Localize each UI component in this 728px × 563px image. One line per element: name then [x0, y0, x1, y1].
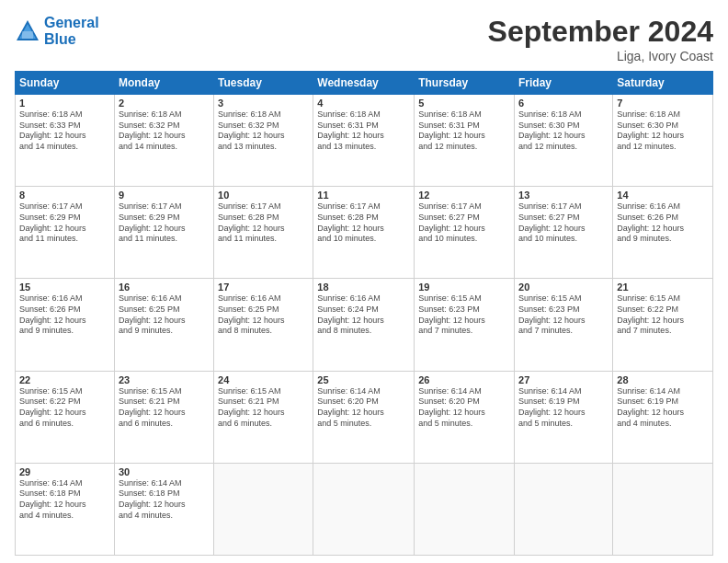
calendar-day-cell: 19Sunrise: 6:15 AM Sunset: 6:23 PM Dayli…: [415, 279, 515, 371]
day-number: 30: [119, 466, 210, 477]
calendar-day-cell: 11Sunrise: 6:17 AM Sunset: 6:28 PM Dayli…: [313, 187, 415, 279]
day-number: 21: [617, 282, 709, 293]
calendar-day-cell: 13Sunrise: 6:17 AM Sunset: 6:27 PM Dayli…: [515, 187, 613, 279]
day-number: 24: [218, 374, 309, 385]
day-info: Sunrise: 6:15 AM Sunset: 6:23 PM Dayligh…: [518, 293, 609, 337]
day-number: 1: [19, 98, 110, 109]
day-number: 5: [418, 98, 510, 109]
weekday-header-cell: Tuesday: [214, 72, 313, 95]
day-number: 3: [218, 98, 309, 109]
day-number: 2: [119, 98, 210, 109]
calendar-day-cell: 14Sunrise: 6:16 AM Sunset: 6:26 PM Dayli…: [613, 187, 713, 279]
day-info: Sunrise: 6:18 AM Sunset: 6:30 PM Dayligh…: [617, 109, 709, 153]
day-info: Sunrise: 6:15 AM Sunset: 6:21 PM Dayligh…: [218, 386, 309, 430]
day-info: Sunrise: 6:14 AM Sunset: 6:18 PM Dayligh…: [19, 478, 110, 522]
day-number: 23: [119, 374, 210, 385]
calendar-day-cell: 3Sunrise: 6:18 AM Sunset: 6:32 PM Daylig…: [214, 95, 313, 187]
calendar-week-row: 15Sunrise: 6:16 AM Sunset: 6:26 PM Dayli…: [16, 279, 713, 371]
day-info: Sunrise: 6:14 AM Sunset: 6:19 PM Dayligh…: [617, 386, 709, 430]
calendar-day-cell: 16Sunrise: 6:16 AM Sunset: 6:25 PM Dayli…: [114, 279, 213, 371]
day-number: 6: [518, 98, 609, 109]
calendar-day-cell: [613, 463, 713, 555]
calendar-table: SundayMondayTuesdayWednesdayThursdayFrid…: [15, 71, 713, 556]
day-info: Sunrise: 6:15 AM Sunset: 6:23 PM Dayligh…: [418, 293, 510, 337]
day-number: 4: [317, 98, 410, 109]
day-info: Sunrise: 6:17 AM Sunset: 6:28 PM Dayligh…: [317, 201, 410, 245]
day-number: 10: [218, 190, 309, 201]
calendar-day-cell: 5Sunrise: 6:18 AM Sunset: 6:31 PM Daylig…: [415, 95, 515, 187]
day-info: Sunrise: 6:14 AM Sunset: 6:20 PM Dayligh…: [317, 386, 410, 430]
month-title: September 2024: [488, 15, 713, 49]
day-info: Sunrise: 6:18 AM Sunset: 6:33 PM Dayligh…: [19, 109, 110, 153]
weekday-header-cell: Sunday: [16, 72, 115, 95]
day-number: 17: [218, 282, 309, 293]
day-number: 13: [518, 190, 609, 201]
day-number: 22: [19, 374, 110, 385]
calendar-day-cell: 30Sunrise: 6:14 AM Sunset: 6:18 PM Dayli…: [114, 463, 213, 555]
calendar-day-cell: 4Sunrise: 6:18 AM Sunset: 6:31 PM Daylig…: [313, 95, 415, 187]
day-info: Sunrise: 6:17 AM Sunset: 6:27 PM Dayligh…: [518, 201, 609, 245]
calendar-day-cell: [214, 463, 313, 555]
day-number: 11: [317, 190, 410, 201]
day-info: Sunrise: 6:15 AM Sunset: 6:21 PM Dayligh…: [119, 386, 210, 430]
calendar-week-row: 22Sunrise: 6:15 AM Sunset: 6:22 PM Dayli…: [16, 371, 713, 463]
day-number: 19: [418, 282, 510, 293]
calendar-day-cell: [515, 463, 613, 555]
day-info: Sunrise: 6:16 AM Sunset: 6:25 PM Dayligh…: [218, 293, 309, 337]
calendar-day-cell: 25Sunrise: 6:14 AM Sunset: 6:20 PM Dayli…: [313, 371, 415, 463]
calendar-day-cell: 29Sunrise: 6:14 AM Sunset: 6:18 PM Dayli…: [16, 463, 115, 555]
calendar-week-row: 1Sunrise: 6:18 AM Sunset: 6:33 PM Daylig…: [16, 95, 713, 187]
day-info: Sunrise: 6:17 AM Sunset: 6:29 PM Dayligh…: [119, 201, 210, 245]
calendar-day-cell: 7Sunrise: 6:18 AM Sunset: 6:30 PM Daylig…: [613, 95, 713, 187]
weekday-header-cell: Saturday: [613, 72, 713, 95]
calendar-day-cell: 17Sunrise: 6:16 AM Sunset: 6:25 PM Dayli…: [214, 279, 313, 371]
calendar-day-cell: 20Sunrise: 6:15 AM Sunset: 6:23 PM Dayli…: [515, 279, 613, 371]
weekday-header-cell: Monday: [114, 72, 213, 95]
day-info: Sunrise: 6:14 AM Sunset: 6:18 PM Dayligh…: [119, 478, 210, 522]
day-info: Sunrise: 6:14 AM Sunset: 6:19 PM Dayligh…: [518, 386, 609, 430]
calendar-day-cell: 1Sunrise: 6:18 AM Sunset: 6:33 PM Daylig…: [16, 95, 115, 187]
title-area: September 2024 Liga, Ivory Coast: [488, 15, 713, 63]
calendar-day-cell: [313, 463, 415, 555]
day-info: Sunrise: 6:17 AM Sunset: 6:27 PM Dayligh…: [418, 201, 510, 245]
weekday-header-cell: Thursday: [415, 72, 515, 95]
day-info: Sunrise: 6:18 AM Sunset: 6:31 PM Dayligh…: [317, 109, 410, 153]
day-info: Sunrise: 6:16 AM Sunset: 6:24 PM Dayligh…: [317, 293, 410, 337]
calendar-day-cell: [415, 463, 515, 555]
day-number: 27: [518, 374, 609, 385]
day-info: Sunrise: 6:18 AM Sunset: 6:32 PM Dayligh…: [119, 109, 210, 153]
calendar-week-row: 8Sunrise: 6:17 AM Sunset: 6:29 PM Daylig…: [16, 187, 713, 279]
weekday-header: SundayMondayTuesdayWednesdayThursdayFrid…: [16, 72, 713, 95]
logo-text: General Blue: [44, 15, 99, 47]
calendar-day-cell: 18Sunrise: 6:16 AM Sunset: 6:24 PM Dayli…: [313, 279, 415, 371]
day-number: 18: [317, 282, 410, 293]
day-info: Sunrise: 6:18 AM Sunset: 6:30 PM Dayligh…: [518, 109, 609, 153]
calendar-day-cell: 2Sunrise: 6:18 AM Sunset: 6:32 PM Daylig…: [114, 95, 213, 187]
day-info: Sunrise: 6:18 AM Sunset: 6:32 PM Dayligh…: [218, 109, 309, 153]
calendar-day-cell: 23Sunrise: 6:15 AM Sunset: 6:21 PM Dayli…: [114, 371, 213, 463]
location: Liga, Ivory Coast: [488, 49, 713, 63]
calendar-day-cell: 21Sunrise: 6:15 AM Sunset: 6:22 PM Dayli…: [613, 279, 713, 371]
day-number: 15: [19, 282, 110, 293]
day-info: Sunrise: 6:15 AM Sunset: 6:22 PM Dayligh…: [617, 293, 709, 337]
logo-icon: [15, 18, 40, 44]
calendar-day-cell: 15Sunrise: 6:16 AM Sunset: 6:26 PM Dayli…: [16, 279, 115, 371]
day-number: 8: [19, 190, 110, 201]
day-number: 20: [518, 282, 609, 293]
calendar-day-cell: 12Sunrise: 6:17 AM Sunset: 6:27 PM Dayli…: [415, 187, 515, 279]
day-info: Sunrise: 6:17 AM Sunset: 6:29 PM Dayligh…: [19, 201, 110, 245]
calendar-day-cell: 28Sunrise: 6:14 AM Sunset: 6:19 PM Dayli…: [613, 371, 713, 463]
calendar-day-cell: 8Sunrise: 6:17 AM Sunset: 6:29 PM Daylig…: [16, 187, 115, 279]
day-number: 9: [119, 190, 210, 201]
calendar-day-cell: 10Sunrise: 6:17 AM Sunset: 6:28 PM Dayli…: [214, 187, 313, 279]
day-info: Sunrise: 6:14 AM Sunset: 6:20 PM Dayligh…: [418, 386, 510, 430]
day-number: 14: [617, 190, 709, 201]
calendar-body: 1Sunrise: 6:18 AM Sunset: 6:33 PM Daylig…: [16, 95, 713, 556]
day-number: 29: [19, 466, 110, 477]
day-info: Sunrise: 6:15 AM Sunset: 6:22 PM Dayligh…: [19, 386, 110, 430]
weekday-header-cell: Friday: [515, 72, 613, 95]
calendar-day-cell: 22Sunrise: 6:15 AM Sunset: 6:22 PM Dayli…: [16, 371, 115, 463]
calendar-day-cell: 24Sunrise: 6:15 AM Sunset: 6:21 PM Dayli…: [214, 371, 313, 463]
calendar-day-cell: 27Sunrise: 6:14 AM Sunset: 6:19 PM Dayli…: [515, 371, 613, 463]
calendar-day-cell: 9Sunrise: 6:17 AM Sunset: 6:29 PM Daylig…: [114, 187, 213, 279]
